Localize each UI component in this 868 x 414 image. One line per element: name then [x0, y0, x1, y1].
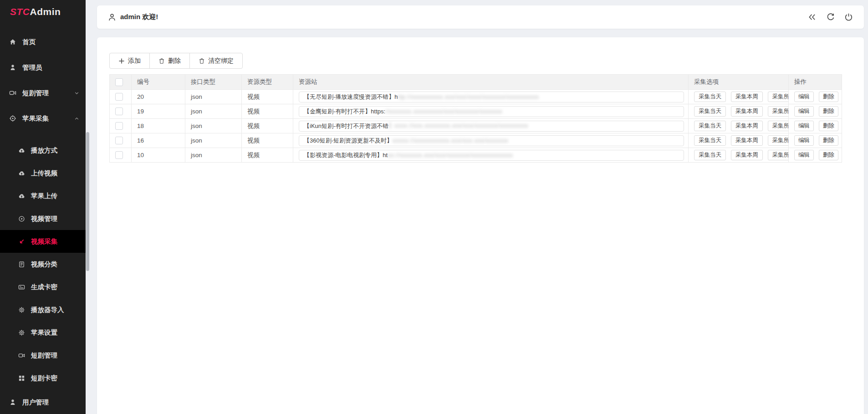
sidebar-item-shortdrama-manage[interactable]: 短剧管理 [0, 80, 86, 106]
video-camera-icon [18, 352, 25, 359]
sidebar-item-label: 苹果上传 [31, 192, 57, 200]
collect-week-button[interactable]: 采集本周 [731, 150, 763, 160]
sidebar-item-user-manage[interactable]: 用户管理 [0, 389, 86, 414]
cell-site: 【360短剧-短剧资源更新不及时】 xxxxx://xxxxxxxxxxx.xx… [293, 133, 689, 148]
header-actions [808, 13, 853, 21]
add-button-label: 添加 [128, 57, 141, 65]
row-delete-button[interactable]: 删除 [819, 121, 838, 131]
collect-week-button[interactable]: 采集本周 [731, 92, 763, 102]
row-delete-button[interactable]: 删除 [819, 150, 838, 160]
select-all-checkbox[interactable] [115, 78, 123, 86]
logo-accent-text: STC [10, 6, 30, 17]
sidebar-item-video-manage[interactable]: 视频管理 [0, 207, 86, 230]
collect-today-button[interactable]: 采集当天 [694, 135, 726, 146]
table-row: 19 json 视频 【金鹰短剧-有时打不开】https: //xxxxxxx.… [110, 104, 842, 119]
sidebar-item-video-collect[interactable]: 视频采集 [0, 230, 86, 253]
sidebar-item-play-mode[interactable]: 播放方式 [0, 139, 86, 162]
cloud-upload-icon [18, 170, 25, 177]
app-logo: STCAdmin [0, 0, 86, 17]
sidebar-item-admins[interactable]: 管理员 [0, 55, 86, 80]
row-delete-button[interactable]: 删除 [819, 106, 838, 117]
blurred-url: xx://xxxxxxx.xxx/xxx/xxxxxxx/xxxxxxxxxxx… [388, 152, 513, 158]
cell-id: 18 [132, 119, 185, 133]
collect-all-button[interactable]: 采集所有 [768, 135, 789, 146]
cell-api-type: json [185, 148, 242, 163]
table-row: 20 json 视频 【无尽短剧-播放速度慢资源不错】h ttp://xxxxx… [110, 90, 842, 104]
collect-today-button[interactable]: 采集当天 [694, 150, 726, 160]
sidebar-item-apple-settings[interactable]: 苹果设置 [0, 321, 86, 344]
collect-today-button[interactable]: 采集当天 [694, 92, 726, 102]
sidebar-item-label: 视频采集 [31, 237, 57, 246]
sidebar-item-video-category[interactable]: 视频分类 [0, 253, 86, 276]
row-checkbox[interactable] [115, 151, 123, 159]
collect-all-button[interactable]: 采集所有 [768, 150, 789, 160]
sidebar-item-label: 首页 [22, 38, 36, 46]
column-header-resource-type: 资源类型 [242, 75, 293, 90]
collect-all-button[interactable]: 采集所有 [768, 92, 789, 102]
site-url-box: 【360短剧-短剧资源更新不及时】 xxxxx://xxxxxxxxxxx.xx… [299, 135, 684, 146]
blurred-url: xxxxx://xxxxxxxxxxx.xxx/xxx.xxx/xxxxxxx [393, 138, 508, 144]
cell-resource-type: 视频 [242, 133, 293, 148]
resource-table: 编号 接口类型 资源类型 资源站 采集选项 操作 20 json 视频 【无尽 [109, 74, 842, 163]
collect-week-button[interactable]: 采集本周 [731, 135, 763, 146]
edit-button[interactable]: 编辑 [794, 106, 814, 117]
collapse-sidebar-icon[interactable] [808, 13, 817, 21]
site-url-box: 【影视资源-电影电视剧专用】ht xx://xxxxxxx.xxx/xxx/xx… [299, 150, 684, 161]
row-checkbox[interactable] [115, 137, 123, 144]
sidebar-item-label: 视频分类 [31, 260, 57, 269]
sidebar-item-home[interactable]: 首页 [0, 29, 86, 55]
column-header-site: 资源站 [293, 75, 689, 90]
sidebar-item-upload-video[interactable]: 上传视频 [0, 162, 86, 184]
sidebar-item-label: 短剧管理 [31, 351, 57, 360]
row-delete-button[interactable]: 删除 [819, 135, 838, 146]
clear-binding-button[interactable]: 清空绑定 [189, 53, 243, 69]
sidebar-item-label: 短剧卡密 [31, 374, 57, 383]
table-toolbar: 添加 删除 清空绑定 [109, 53, 243, 69]
collect-week-button[interactable]: 采集本周 [731, 106, 763, 117]
sidebar-item-label: 苹果采集 [22, 114, 49, 123]
cell-resource-type: 视频 [242, 90, 293, 104]
power-icon[interactable] [844, 13, 853, 21]
cell-api-type: json [185, 119, 242, 133]
sidebar-item-label: 播放器导入 [31, 306, 64, 314]
collect-week-button[interactable]: 采集本周 [731, 121, 763, 131]
chevron-down-icon [74, 90, 80, 96]
column-header-api-type: 接口类型 [185, 75, 242, 90]
gear-icon [18, 329, 25, 336]
sidebar-item-label: 用户管理 [22, 398, 49, 407]
collect-today-button[interactable]: 采集当天 [694, 106, 726, 117]
sidebar-item-player-import[interactable]: 播放器导入 [0, 298, 86, 321]
play-circle-icon [18, 215, 25, 222]
row-checkbox[interactable] [115, 93, 123, 101]
site-label: 【金鹰短剧-有时打不开】https: [304, 107, 385, 116]
sidebar-item-shortdrama-manage-sub[interactable]: 短剧管理 [0, 344, 86, 367]
refresh-icon[interactable] [826, 13, 835, 21]
collect-all-button[interactable]: 采集所有 [768, 106, 789, 117]
person-icon [108, 13, 116, 21]
sidebar-item-apple-upload[interactable]: 苹果上传 [0, 184, 86, 207]
collect-all-button[interactable]: 采集所有 [768, 121, 789, 131]
edit-button[interactable]: 编辑 [794, 135, 814, 146]
delete-button[interactable]: 删除 [149, 53, 190, 69]
content-panel: 添加 删除 清空绑定 编号 接口类型 资源类型 [97, 37, 864, 414]
plus-icon [118, 58, 125, 64]
sidebar-item-generate-card-key[interactable]: 生成卡密 [0, 276, 86, 298]
cell-id: 16 [132, 133, 185, 148]
edit-button[interactable]: 编辑 [794, 121, 814, 131]
edit-button[interactable]: 编辑 [794, 150, 814, 160]
sidebar-item-label: 管理员 [22, 63, 42, 72]
row-delete-button[interactable]: 删除 [819, 92, 838, 102]
row-checkbox[interactable] [115, 122, 123, 130]
collect-today-button[interactable]: 采集当天 [694, 121, 726, 131]
sidebar-item-apple-collect[interactable]: 苹果采集 [0, 106, 86, 131]
add-button[interactable]: 添加 [109, 53, 150, 69]
column-header-operations: 操作 [789, 75, 842, 90]
edit-button[interactable]: 编辑 [794, 92, 814, 102]
sidebar-item-shortdrama-card-key[interactable]: 短剧卡密 [0, 367, 86, 389]
document-list-icon [18, 261, 25, 268]
cell-site: 【金鹰短剧-有时打不开】https: //xxxxxxx.xxxxxxxxx/x… [293, 104, 689, 119]
row-checkbox[interactable] [115, 107, 123, 115]
welcome-text: admin 欢迎! [120, 13, 158, 21]
trash-icon [158, 58, 165, 64]
site-label: 【无尽短剧-播放速度慢资源不错】h [304, 93, 398, 101]
